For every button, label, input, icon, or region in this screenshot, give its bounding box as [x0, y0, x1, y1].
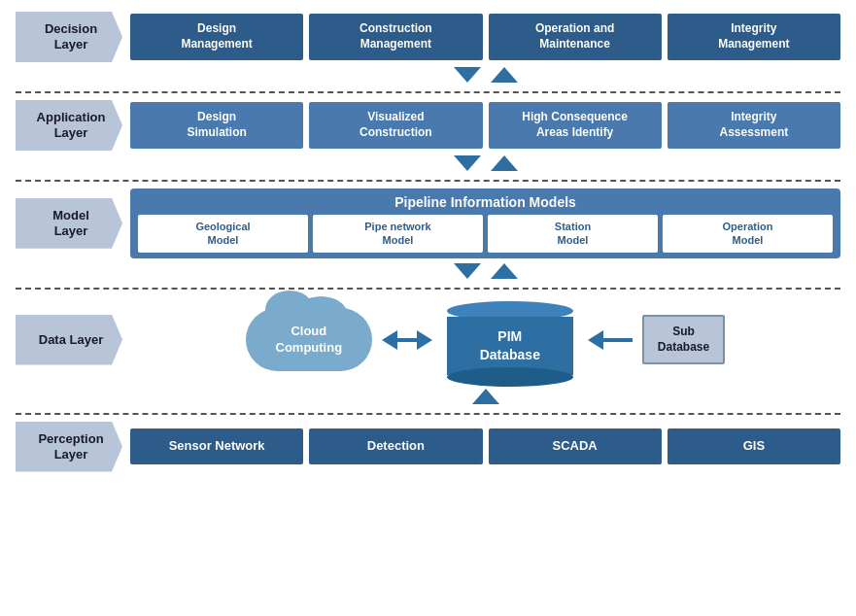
dashed-line-3 — [16, 288, 840, 290]
cylinder-bottom — [447, 367, 573, 387]
data-layer-content: CloudComputing PIMDatabase — [130, 301, 840, 379]
visualized-construction-box: VisualizedConstruction — [309, 102, 482, 148]
high-consequence-box: High ConsequenceAreas Identify — [489, 102, 662, 148]
h-double-arrow — [382, 330, 432, 350]
h-single-arrow — [588, 330, 633, 350]
separator-2 — [16, 176, 840, 186]
double-arrow-2 — [450, 155, 522, 171]
cloud-computing-shape: CloudComputing — [246, 308, 372, 371]
application-layer-label: ApplicationLayer — [16, 100, 122, 151]
data-layer-row: Data Layer CloudComputing PIMDatabase — [16, 296, 840, 384]
h-line-2 — [603, 338, 633, 342]
gis-box: GIS — [668, 428, 840, 464]
separator-4 — [16, 409, 840, 419]
detection-box: Detection — [309, 428, 482, 464]
sub-database-box: SubDatabase — [642, 315, 725, 364]
arrow-up-4 — [472, 389, 499, 404]
scada-box: SCADA — [489, 428, 662, 464]
pim-database-label: PIMDatabase — [480, 327, 540, 362]
operation-maintenance-box: Operation andMaintenance — [489, 14, 662, 59]
arrow-down-1 — [454, 67, 481, 83]
construction-management-box: ConstructionManagement — [309, 14, 482, 59]
perception-layer-content: Sensor Network Detection SCADA GIS — [130, 428, 840, 464]
arrow-down-2 — [454, 155, 481, 171]
pim-database-cylinder: PIMDatabase — [442, 301, 578, 379]
dashed-line-4 — [16, 413, 840, 415]
model-layer-row: ModelLayer Pipeline Information Models G… — [16, 188, 840, 258]
decision-layer-content: DesignManagement ConstructionManagement … — [130, 14, 840, 59]
h-arrow-right-icon — [417, 330, 432, 350]
dashed-line-2 — [16, 180, 840, 182]
operation-model-box: OperationModel — [663, 215, 833, 253]
h-arrow-single-left-icon — [588, 330, 603, 350]
pipe-network-model-box: Pipe networkModel — [313, 215, 483, 253]
arrow-up-1 — [491, 67, 518, 83]
arrow-up-2 — [491, 155, 518, 171]
design-simulation-box: DesignSimulation — [130, 102, 303, 148]
data-layer-label: Data Layer — [16, 315, 122, 365]
model-outer-box: Pipeline Information Models GeologicalMo… — [130, 188, 840, 258]
arrow-up-3 — [491, 263, 518, 279]
dashed-line-1 — [16, 91, 840, 93]
perception-layer-label: PerceptionLayer — [16, 422, 122, 472]
sensor-network-box: Sensor Network — [130, 428, 303, 464]
application-layer-content: DesignSimulation VisualizedConstruction … — [130, 102, 840, 148]
arrow-down-3 — [454, 263, 481, 279]
h-arrow-left-icon — [382, 330, 397, 350]
arrow-decision-application — [16, 67, 840, 83]
decision-layer-row: DecisionLayer DesignManagement Construct… — [16, 12, 840, 62]
arrow-perception-data — [16, 389, 840, 404]
arrow-model-data — [16, 263, 840, 279]
application-layer-row: ApplicationLayer DesignSimulation Visual… — [16, 100, 840, 151]
perception-layer-row: PerceptionLayer Sensor Network Detection… — [16, 422, 840, 472]
model-layer-label: ModelLayer — [16, 198, 122, 249]
station-model-box: StationModel — [488, 215, 658, 253]
double-arrow-1 — [450, 67, 522, 83]
decision-layer-label: DecisionLayer — [16, 12, 122, 62]
cloud-computing-label: CloudComputing — [276, 324, 343, 357]
cylinder-body: PIMDatabase — [447, 317, 573, 375]
arrow-application-model — [16, 155, 840, 171]
separator-3 — [16, 284, 840, 293]
h-line-1 — [397, 338, 417, 342]
double-arrow-3 — [450, 263, 522, 279]
integrity-assessment-box: IntegrityAssessment — [668, 102, 840, 148]
architecture-diagram: DecisionLayer DesignManagement Construct… — [0, 0, 856, 616]
model-inner-boxes: GeologicalModel Pipe networkModel Statio… — [138, 215, 833, 253]
geological-model-box: GeologicalModel — [138, 215, 308, 253]
pipeline-info-models-title: Pipeline Information Models — [138, 194, 833, 210]
separator-1 — [16, 87, 840, 97]
integrity-management-box: IntegrityManagement — [668, 14, 840, 59]
design-management-box: DesignManagement — [130, 14, 303, 59]
